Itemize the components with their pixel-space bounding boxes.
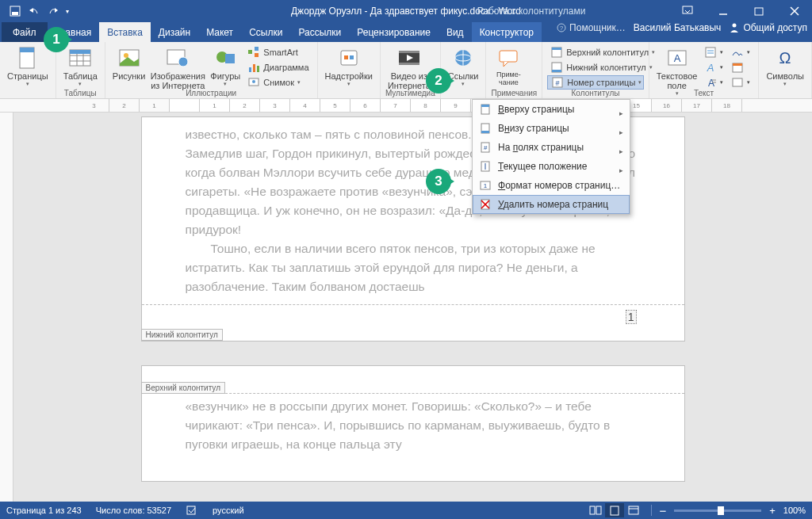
menu-bottom-of-page[interactable]: Внизу страницы [473,119,630,138]
dropcap-icon: A [704,76,717,89]
svg-rect-17 [70,50,90,54]
svg-text:?: ? [560,25,564,32]
menu-format-numbers[interactable]: 1Формат номеров страниц… [473,176,630,195]
minimize-icon[interactable] [705,0,741,22]
datetime-icon [731,61,744,74]
tab-view[interactable]: Вид [439,22,472,42]
menu-page-margins[interactable]: #На полях страницы [473,138,630,157]
signature-icon [731,46,744,59]
footer-icon [550,61,563,74]
view-web-icon[interactable] [624,503,643,517]
links-icon [450,45,476,71]
table-icon [67,45,93,71]
menu-top-of-page[interactable]: Вверху страницы [473,100,630,119]
page-number-field[interactable]: 1 [626,310,637,324]
tell-me[interactable]: ?Помощник… [557,22,626,33]
tab-file[interactable]: Файл [2,22,48,42]
ribbon-options-icon[interactable] [669,0,705,22]
undo-icon[interactable] [28,6,40,17]
pictures-button[interactable]: Рисунки [110,44,148,82]
menu-remove-numbers[interactable]: Удалить номера страниц [473,195,630,214]
menu-current-position[interactable]: Текущее положение [473,157,630,176]
tab-layout[interactable]: Макет [198,22,241,42]
object-icon [731,76,744,89]
tab-references[interactable]: Ссылки [241,22,290,42]
chart-button[interactable]: Диаграмма [244,60,312,74]
symbols-icon: Ω [772,45,798,71]
header-area[interactable]: Верхний колонтитул [142,366,684,394]
svg-rect-11 [20,48,34,52]
comment-button[interactable]: ПримечаниеПриме-чание [491,44,526,89]
zoom-out-icon[interactable]: − [660,504,667,517]
group-tables: Таблица Таблицы [56,42,105,98]
status-page[interactable]: Страница 1 из 243 [6,506,82,515]
close-icon[interactable] [776,0,812,22]
group-tables-label: Таблицы [61,89,100,98]
zoom-slider[interactable] [674,509,761,512]
object-button[interactable]: ▾ [728,75,753,90]
tab-insert[interactable]: Вставка [99,22,151,42]
maximize-icon[interactable] [741,0,776,22]
symbols-button[interactable]: Ω Символы [764,44,806,89]
signature-button[interactable]: ▾ [728,45,753,59]
user-name[interactable]: Василий Батькавыч [634,22,722,33]
svg-rect-28 [253,64,255,72]
redo-icon[interactable] [48,6,59,17]
ruler-vertical[interactable] [0,113,13,506]
quick-access-toolbar: ▾ [0,6,69,17]
document-text-2[interactable]: «везунчик» не в россыпи других монет. Го… [142,394,684,462]
addins-button[interactable]: Надстройки [323,44,375,89]
tab-review[interactable]: Рецензирование [349,22,439,42]
tab-mailings[interactable]: Рассылки [290,22,349,42]
tab-constructor[interactable]: Конструктор [472,22,542,42]
group-comments: ПримечаниеПриме-чание Примечания [486,42,542,98]
document-area[interactable]: известно, сколько там – пять с половиной… [13,113,812,506]
video-icon [396,45,422,71]
table-button[interactable]: Таблица [61,44,100,89]
wordart-button[interactable]: A▾ [701,60,726,74]
footer-label: Нижний колонтитул [141,329,223,341]
page-top-icon [479,103,492,116]
pages-icon [15,45,40,71]
footer-area[interactable]: Нижний колонтитул 1 [142,304,684,340]
svg-rect-58 [733,63,742,66]
svg-rect-50 [706,48,715,57]
svg-rect-41 [500,51,517,62]
smartart-button[interactable]: SmartArt [244,45,312,59]
tab-design[interactable]: Дизайн [151,22,198,42]
page-bottom-icon [479,122,492,135]
shapes-button[interactable]: Фигуры [208,44,243,89]
group-links: Ссылки [441,42,487,98]
datetime-button[interactable] [728,60,753,74]
share-button[interactable]: Общий доступ [729,22,807,33]
ruler-horizontal[interactable]: 321123456789101112131415161718 [0,99,812,113]
svg-rect-59 [733,78,742,86]
svg-text:1: 1 [484,182,488,189]
dropcap-button[interactable]: A▾ [701,75,726,90]
callout-2: 2 [426,68,451,93]
save-icon[interactable] [10,6,21,17]
screenshot-button[interactable]: Снимок ▾ [244,75,312,90]
svg-rect-1 [12,12,18,15]
svg-rect-24 [248,50,252,54]
status-proofing[interactable] [186,505,198,516]
qat-dropdown-icon[interactable]: ▾ [66,8,69,15]
quick-parts-button[interactable]: ▾ [701,45,726,59]
zoom-level[interactable]: 100% [783,506,806,515]
header-button[interactable]: Верхний колонтитул ▾ [547,45,644,59]
online-pictures-button[interactable]: Изображения из Интернета [149,44,206,92]
page-number-button[interactable]: #Номер страницы ▾ [547,75,644,90]
svg-rect-64 [481,131,489,133]
textbox-icon: A [665,45,690,71]
view-read-icon[interactable] [586,503,605,517]
view-print-icon[interactable] [605,503,624,517]
svg-rect-37 [399,63,419,65]
status-words[interactable]: Число слов: 53527 [96,506,171,515]
zoom-in-icon[interactable]: + [769,505,776,517]
screenshot-icon [247,76,260,89]
svg-rect-33 [344,55,348,59]
svg-rect-62 [481,105,489,107]
footer-button[interactable]: Нижний колонтитул ▾ [547,60,644,74]
status-language[interactable]: русский [213,506,243,515]
pages-button[interactable]: Страницы [5,44,51,89]
